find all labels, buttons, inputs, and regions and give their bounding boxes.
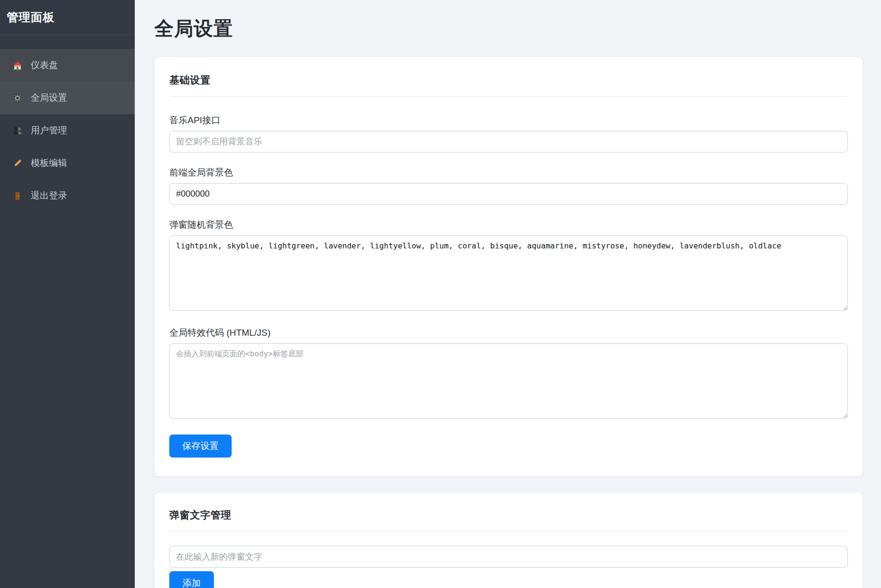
sidebar-item-template-edit[interactable]: 模板编辑: [0, 147, 135, 179]
users-icon: [12, 126, 23, 136]
gear-icon: [12, 93, 23, 103]
sidebar-item-label: 退出登录: [31, 189, 67, 202]
popup-text-heading: 弹窗文字管理: [169, 508, 848, 522]
sidebar: 管理面板 仪表盘: [0, 0, 135, 588]
sidebar-header: 管理面板: [0, 0, 135, 35]
popup-text-input-group: 添加: [169, 546, 848, 588]
basic-settings-heading: 基础设置: [169, 73, 848, 87]
sidebar-item-label: 全局设置: [31, 92, 67, 104]
sidebar-item-user-management[interactable]: 用户管理: [0, 114, 135, 147]
sidebar-item-logout[interactable]: 退出登录: [0, 179, 135, 212]
sidebar-item-label: 仪表盘: [31, 59, 58, 71]
divider: [169, 96, 848, 97]
music-api-label: 音乐API接口: [169, 114, 848, 127]
popup-text-card: 弹窗文字管理 添加: [154, 493, 863, 588]
music-api-group: 音乐API接口: [169, 114, 848, 153]
global-bg-color-group: 前端全局背景色: [169, 166, 848, 205]
popup-random-bg-label: 弹窗随机背景色: [169, 219, 848, 231]
global-effect-code-group: 全局特效代码 (HTML/JS): [169, 327, 848, 421]
add-popup-text-button[interactable]: 添加: [169, 571, 214, 588]
pencil-icon: [12, 158, 23, 168]
popup-random-bg-group: 弹窗随机背景色 lightpink, skyblue, lightgreen, …: [169, 219, 848, 313]
sidebar-item-global-settings[interactable]: 全局设置: [0, 82, 135, 114]
house-icon: [12, 60, 23, 71]
popup-random-bg-textarea[interactable]: lightpink, skyblue, lightgreen, lavender…: [169, 235, 848, 311]
main-content: 全局设置 基础设置 音乐API接口 前端全局背景色 弹窗随机背景色 lightp…: [135, 0, 881, 588]
divider: [169, 531, 848, 532]
popup-text-input[interactable]: [169, 546, 848, 568]
sidebar-item-dashboard[interactable]: 仪表盘: [0, 49, 135, 82]
sidebar-item-label: 用户管理: [31, 124, 67, 137]
global-effect-code-label: 全局特效代码 (HTML/JS): [169, 327, 848, 339]
app-title: 管理面板: [7, 10, 55, 25]
sidebar-item-label: 模板编辑: [31, 157, 67, 169]
music-api-input[interactable]: [169, 131, 848, 153]
save-settings-button[interactable]: 保存设置: [169, 435, 232, 458]
sidebar-nav: 仪表盘 全局设置: [0, 35, 135, 212]
global-bg-color-label: 前端全局背景色: [169, 166, 848, 179]
door-icon: [12, 191, 23, 201]
global-effect-code-textarea[interactable]: [169, 343, 848, 419]
page-title: 全局设置: [154, 15, 863, 42]
global-bg-color-input[interactable]: [169, 183, 848, 205]
basic-settings-card: 基础设置 音乐API接口 前端全局背景色 弹窗随机背景色 lightpink, …: [154, 57, 863, 476]
